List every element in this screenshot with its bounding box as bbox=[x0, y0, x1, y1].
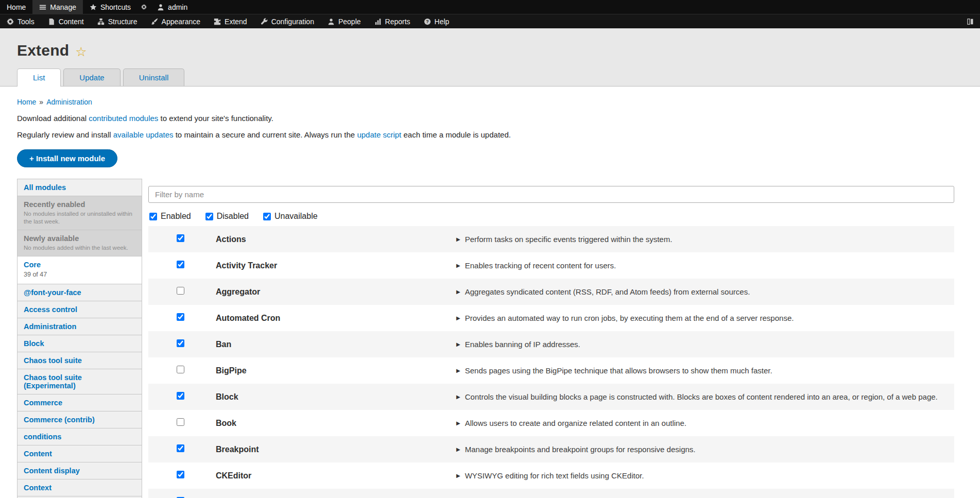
module-description[interactable]: ▶ Perform tasks on specific events trigg… bbox=[456, 235, 954, 244]
category-label[interactable]: Context bbox=[24, 484, 135, 492]
category-label[interactable]: Chaos tool suite (Experimental) bbox=[24, 373, 135, 390]
module-description[interactable]: ▶ Aggregates syndicated content (RSS, RD… bbox=[456, 287, 954, 296]
tab-list[interactable]: List bbox=[17, 68, 61, 86]
checkbox[interactable] bbox=[205, 213, 213, 220]
module-enable-checkbox[interactable] bbox=[177, 339, 184, 347]
checkbox[interactable] bbox=[263, 213, 271, 220]
available-updates-link[interactable]: available updates bbox=[113, 130, 174, 139]
category-access-control[interactable]: Access control bbox=[18, 301, 142, 318]
expand-arrow-icon: ▶ bbox=[456, 236, 460, 242]
checkbox[interactable] bbox=[149, 213, 157, 220]
menu-item-tools[interactable]: Tools bbox=[0, 14, 41, 28]
category-label[interactable]: Content bbox=[24, 450, 135, 458]
menu-item-reports[interactable]: Reports bbox=[368, 14, 417, 28]
toolbar-item-home[interactable]: Home bbox=[0, 0, 32, 14]
module-enable-checkbox[interactable] bbox=[177, 471, 184, 478]
menu-item-people[interactable]: People bbox=[321, 14, 368, 28]
gear-icon bbox=[141, 4, 147, 10]
category-all-modules[interactable]: All modules bbox=[18, 179, 142, 196]
module-enable-checkbox[interactable] bbox=[177, 444, 184, 452]
add-shortcut-star-icon[interactable]: ☆ bbox=[75, 43, 87, 58]
filter-by-name-input[interactable] bbox=[148, 186, 954, 203]
category-content[interactable]: Content bbox=[18, 445, 142, 462]
category-conditions[interactable]: conditions bbox=[18, 428, 142, 445]
menu-item-structure[interactable]: Structure bbox=[91, 14, 144, 28]
intro-text-1: Download additional contributed modules … bbox=[17, 114, 954, 123]
category-label[interactable]: Access control bbox=[24, 305, 135, 314]
module-enable-checkbox[interactable] bbox=[177, 234, 184, 242]
menu-item-appearance[interactable]: Appearance bbox=[144, 14, 208, 28]
module-description[interactable]: ▶ Enables banning of IP addresses. bbox=[456, 340, 954, 349]
module-description[interactable]: ▶ WYSIWYG editing for rich text fields u… bbox=[456, 471, 954, 480]
category-font-your-face[interactable]: @font-your-face bbox=[18, 284, 142, 301]
module-enable-checkbox[interactable] bbox=[177, 366, 184, 373]
category-content-display[interactable]: Content display bbox=[18, 462, 142, 479]
expand-arrow-icon: ▶ bbox=[456, 394, 460, 400]
category-label[interactable]: All modules bbox=[24, 183, 135, 192]
admin-menu-items: Tools Content Structure Appearance Exten… bbox=[0, 14, 456, 28]
toolbar-item-user[interactable]: admin bbox=[150, 0, 194, 14]
category-administration[interactable]: Administration bbox=[18, 318, 142, 335]
module-row-automated-cron: Automated Cron ▶ Provides an automated w… bbox=[148, 305, 954, 331]
category-context[interactable]: Context bbox=[18, 479, 142, 496]
module-enable-checkbox[interactable] bbox=[177, 392, 184, 400]
module-enable-checkbox[interactable] bbox=[177, 287, 184, 295]
category-label[interactable]: Block bbox=[24, 339, 135, 348]
toolbar-item-shortcuts[interactable]: Shortcuts bbox=[83, 0, 137, 14]
category-commerce[interactable]: Commerce bbox=[18, 394, 142, 411]
module-enable-checkbox[interactable] bbox=[177, 313, 184, 321]
modules-layout: All modules Recently enabled No modules … bbox=[17, 179, 954, 498]
module-name: CKEditor bbox=[216, 471, 456, 480]
toolbar-orientation-toggle[interactable] bbox=[960, 14, 980, 28]
category-core[interactable]: Core 39 of 47 bbox=[18, 256, 142, 284]
menu-item-content[interactable]: Content bbox=[41, 14, 91, 28]
filter-disabled-checkbox[interactable]: Disabled bbox=[205, 212, 249, 221]
breadcrumb-administration-link[interactable]: Administration bbox=[46, 98, 92, 106]
category-label[interactable]: Commerce bbox=[24, 399, 135, 407]
filter-checkboxes: Enabled Disabled Unavailable bbox=[149, 212, 954, 221]
module-enable-checkbox[interactable] bbox=[177, 418, 184, 426]
category-label[interactable]: Chaos tool suite bbox=[24, 356, 135, 365]
category-chaos-tool-suite[interactable]: Chaos tool suite bbox=[18, 352, 142, 369]
update-script-link[interactable]: update script bbox=[357, 130, 401, 139]
edit-shortcuts-button[interactable] bbox=[137, 0, 150, 14]
module-description[interactable]: ▶ Sends pages using the BigPipe techniqu… bbox=[456, 366, 954, 375]
category-commerce-contrib[interactable]: Commerce (contrib) bbox=[18, 411, 142, 428]
category-label[interactable]: Commerce (contrib) bbox=[24, 416, 135, 424]
filter-unavailable-checkbox[interactable]: Unavailable bbox=[263, 212, 318, 221]
install-new-module-button[interactable]: + Install new module bbox=[17, 149, 117, 167]
filter-enabled-checkbox[interactable]: Enabled bbox=[149, 212, 191, 221]
menu-item-extend[interactable]: Extend bbox=[207, 14, 254, 28]
category-label[interactable]: @font-your-face bbox=[24, 288, 135, 297]
module-description[interactable]: ▶ Enables tracking of recent content for… bbox=[456, 261, 954, 270]
module-enable-checkbox[interactable] bbox=[177, 261, 184, 268]
module-description[interactable]: ▶ Controls the visual building blocks a … bbox=[456, 392, 954, 401]
user-icon bbox=[157, 4, 164, 11]
toolbar-manage-label: Manage bbox=[50, 3, 76, 11]
category-label[interactable]: Core bbox=[24, 261, 135, 269]
module-description[interactable]: ▶ Manage breakpoints and breakpoint grou… bbox=[456, 445, 954, 454]
category-description: No modules installed or uninstalled with… bbox=[24, 210, 135, 226]
expand-arrow-icon: ▶ bbox=[456, 447, 460, 452]
expand-arrow-icon: ▶ bbox=[456, 368, 460, 373]
toolbar-item-manage[interactable]: Manage bbox=[32, 0, 83, 14]
toolbar-shortcuts-label: Shortcuts bbox=[100, 3, 131, 11]
breadcrumb: Home»Administration bbox=[17, 98, 954, 106]
module-description[interactable]: ▶ Provides an automated way to run cron … bbox=[456, 314, 954, 322]
category-label[interactable]: conditions bbox=[24, 433, 135, 441]
breadcrumb-home-link[interactable]: Home bbox=[17, 98, 36, 106]
orientation-icon bbox=[967, 18, 974, 25]
tab-uninstall[interactable]: Uninstall bbox=[123, 68, 185, 86]
category-description: 39 of 47 bbox=[24, 270, 135, 279]
menu-item-configuration[interactable]: Configuration bbox=[254, 14, 321, 28]
category-label[interactable]: Administration bbox=[24, 322, 135, 331]
category-newly-available: Newly available No modules added within … bbox=[18, 230, 142, 256]
category-block[interactable]: Block bbox=[18, 335, 142, 352]
tab-update[interactable]: Update bbox=[63, 68, 120, 86]
menu-item-help[interactable]: ? Help bbox=[417, 14, 456, 28]
category-chaos-tool-suite-experimental[interactable]: Chaos tool suite (Experimental) bbox=[18, 369, 142, 394]
category-label[interactable]: Content display bbox=[24, 467, 135, 475]
contributed-modules-link[interactable]: contributed modules bbox=[89, 114, 158, 123]
module-description[interactable]: ▶ Allows users to create and organize re… bbox=[456, 419, 954, 427]
category-label: Recently enabled bbox=[24, 200, 135, 209]
